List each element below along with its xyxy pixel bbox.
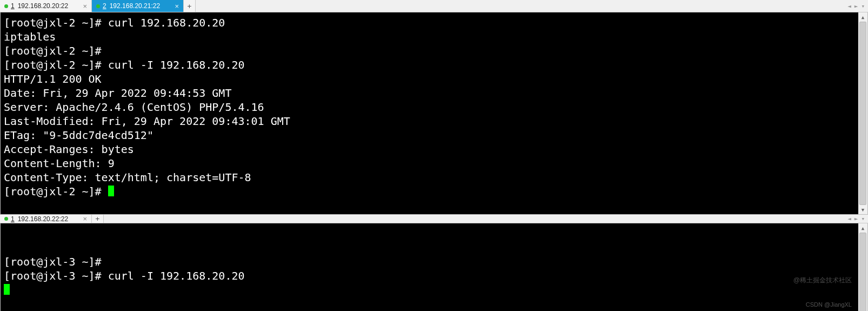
nav-right-icon[interactable]: ► bbox=[854, 215, 858, 222]
watermark-line2: CSDN @JiangXL bbox=[793, 301, 852, 309]
tabbar-nav: ◄ ► ▾ bbox=[844, 0, 868, 12]
tab-session-2[interactable]: 2 192.168.20.21:22 × bbox=[92, 0, 184, 12]
new-tab-button[interactable]: + bbox=[184, 0, 196, 12]
terminal-line: Content-Length: 9 bbox=[4, 156, 856, 170]
tab-label: 192.168.20.20:22 bbox=[18, 2, 68, 10]
plus-icon: + bbox=[96, 215, 100, 223]
status-dot-icon bbox=[4, 4, 8, 8]
tab-index: 1 bbox=[11, 2, 15, 10]
new-tab-button[interactable]: + bbox=[92, 215, 104, 223]
terminal-line: Server: Apache/2.4.6 (CentOS) PHP/5.4.16 bbox=[4, 100, 856, 114]
terminal-line: [root@jxl-2 ~]# bbox=[4, 184, 856, 198]
tab-session-1[interactable]: 1 192.168.20.20:22 × bbox=[0, 0, 92, 12]
terminal-pane-bottom: 1 192.168.20.22:22 × + ◄ ► ▾ [root@jxl-3… bbox=[0, 215, 868, 311]
scrollbar-top[interactable]: ▲ ▼ bbox=[858, 12, 867, 214]
terminal-output-top[interactable]: [root@jxl-2 ~]# curl 192.168.20.20iptabl… bbox=[1, 12, 858, 214]
status-dot-icon bbox=[96, 4, 100, 8]
terminal-line: [root@jxl-2 ~]# curl -I 192.168.20.20 bbox=[4, 58, 856, 72]
close-icon[interactable]: × bbox=[170, 3, 179, 10]
scroll-up-icon[interactable]: ▲ bbox=[858, 223, 867, 233]
close-icon[interactable]: × bbox=[78, 215, 87, 222]
status-dot-icon bbox=[4, 217, 8, 221]
tab-session-1[interactable]: 1 192.168.20.22:22 × bbox=[0, 215, 92, 223]
terminal-line: ETag: "9-5ddc7de4cd512" bbox=[4, 128, 856, 142]
tabbar-top: 1 192.168.20.20:22 × 2 192.168.20.21:22 … bbox=[0, 0, 868, 12]
nav-left-icon[interactable]: ◄ bbox=[847, 215, 851, 222]
terminal-line: [root@jxl-3 ~]# curl -I 192.168.20.20 bbox=[4, 269, 856, 283]
plus-icon: + bbox=[188, 2, 192, 10]
nav-menu-icon[interactable]: ▾ bbox=[861, 3, 865, 10]
nav-menu-icon[interactable]: ▾ bbox=[861, 215, 865, 222]
terminal-wrap-bottom: [root@jxl-3 ~]# [root@jxl-3 ~]# curl -I … bbox=[0, 223, 868, 311]
terminal-line: HTTP/1.1 200 OK bbox=[4, 72, 856, 86]
terminal-line: iptables bbox=[4, 30, 856, 44]
terminal-line: [root@jxl-2 ~]# bbox=[4, 44, 856, 58]
terminal-line: [root@jxl-3 ~]# bbox=[4, 255, 856, 269]
scroll-down-icon[interactable]: ▼ bbox=[858, 205, 867, 214]
scroll-thumb[interactable] bbox=[859, 22, 866, 205]
tabbar-bottom: 1 192.168.20.22:22 × + ◄ ► ▾ bbox=[0, 215, 868, 223]
terminal-pane-top: 1 192.168.20.20:22 × 2 192.168.20.21:22 … bbox=[0, 0, 868, 215]
terminal-line: Content-Type: text/html; charset=UTF-8 bbox=[4, 170, 856, 184]
terminal-line bbox=[4, 283, 856, 297]
close-icon[interactable]: × bbox=[78, 3, 87, 10]
terminal-line: [root@jxl-2 ~]# curl 192.168.20.20 bbox=[4, 16, 856, 30]
terminal-line: Date: Fri, 29 Apr 2022 09:44:53 GMT bbox=[4, 86, 856, 100]
terminal-wrap-top: [root@jxl-2 ~]# curl 192.168.20.20iptabl… bbox=[0, 12, 868, 215]
tab-label: 192.168.20.21:22 bbox=[110, 2, 160, 10]
tab-index: 1 bbox=[11, 215, 15, 223]
terminal-line: Accept-Ranges: bytes bbox=[4, 142, 856, 156]
nav-left-icon[interactable]: ◄ bbox=[847, 3, 851, 10]
cursor bbox=[108, 186, 114, 196]
tabbar-nav: ◄ ► ▾ bbox=[844, 215, 868, 223]
tab-index: 2 bbox=[103, 2, 106, 10]
scroll-thumb[interactable] bbox=[859, 233, 866, 311]
scroll-up-icon[interactable]: ▲ bbox=[858, 12, 867, 22]
cursor bbox=[4, 284, 10, 295]
tab-label: 192.168.20.22:22 bbox=[18, 215, 68, 223]
nav-right-icon[interactable]: ► bbox=[854, 3, 858, 10]
terminal-line: Last-Modified: Fri, 29 Apr 2022 09:43:01… bbox=[4, 114, 856, 128]
terminal-output-bottom[interactable]: [root@jxl-3 ~]# [root@jxl-3 ~]# curl -I … bbox=[1, 223, 858, 311]
scrollbar-bottom[interactable]: ▲ ▼ bbox=[858, 223, 867, 311]
